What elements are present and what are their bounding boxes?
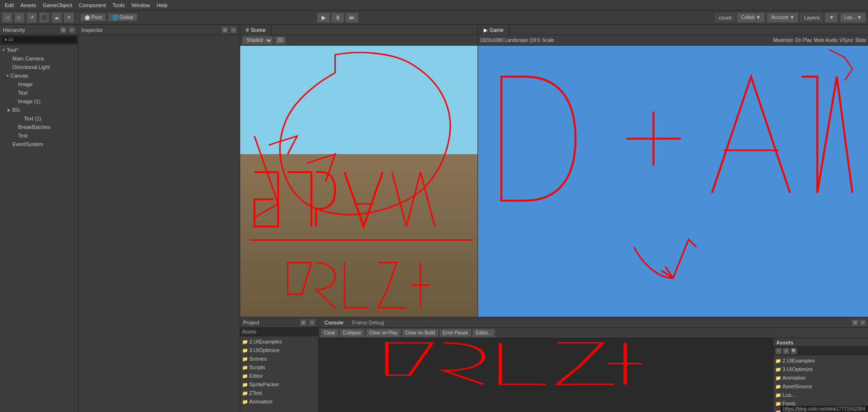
project-item-2[interactable]: 📁 Scenes: [240, 354, 318, 363]
hier-item-bg[interactable]: ▶ BG: [0, 106, 78, 114]
inspector-title: Inspector: [81, 27, 220, 33]
main-layout: Hierarchy ⊞ ≡ ▼ Test* Main Camera Direct…: [0, 25, 868, 412]
hier-item-test2[interactable]: Test: [0, 131, 78, 140]
layers-arrow: ▼: [829, 15, 834, 20]
hier-item-main-camera[interactable]: Main Camera: [0, 54, 78, 63]
hierarchy-search-input[interactable]: [2, 37, 76, 43]
asset-label-2: Scenes: [249, 356, 267, 362]
hier-item-text1[interactable]: Text (1): [0, 114, 78, 123]
project-item-1[interactable]: 📁 3.UIOptimize: [240, 346, 318, 354]
game-tab-icon: ▶: [484, 27, 488, 33]
console-pin-btn[interactable]: ⊞: [852, 319, 858, 326]
asset-label-4: Editor: [249, 373, 263, 379]
scene-view: [240, 46, 478, 317]
toolbar-unity-btn[interactable]: ⬛: [39, 12, 49, 23]
toolbar-refresh-btn[interactable]: ↺: [27, 12, 37, 23]
hier-item-test[interactable]: ▼ Test*: [0, 46, 78, 54]
mute-label[interactable]: Mute Audio: [814, 38, 838, 43]
play-button[interactable]: ▶: [317, 12, 330, 23]
project-pin-btn[interactable]: ⊞: [300, 319, 307, 326]
project-item-3[interactable]: 📁 Scripts: [240, 363, 318, 372]
scene-tabs: # Scene: [240, 25, 478, 35]
2d-btn[interactable]: 2D: [275, 36, 286, 45]
toolbar-cloud-btn[interactable]: ☁: [51, 12, 62, 23]
shaded-select[interactable]: Shaded: [242, 36, 273, 45]
hierarchy-pin-btn[interactable]: ⊞: [60, 27, 67, 33]
game-tab-label: Game: [489, 27, 504, 33]
global-btn[interactable]: 🌐 Global: [108, 13, 137, 21]
assets-item-4[interactable]: 📁 Lua...: [773, 391, 868, 399]
console-menu-btn[interactable]: ≡: [859, 319, 866, 326]
asset-label-5: SpritePacker: [249, 382, 279, 387]
menu-window[interactable]: Window: [128, 1, 153, 9]
project-item-4[interactable]: 📁 Editor: [240, 372, 318, 380]
menu-help[interactable]: Help: [154, 1, 170, 9]
console-clear-play-btn[interactable]: Clear on Play: [366, 329, 401, 337]
inspector-header: Inspector ⊞ ≡: [78, 25, 240, 35]
hier-item-eventsystem[interactable]: EventSystem: [0, 140, 78, 148]
arrow-canvas: ▼: [6, 74, 10, 78]
layers-btn[interactable]: ▼: [825, 12, 838, 23]
tab-game[interactable]: ▶ Game: [478, 25, 510, 35]
project-item-7[interactable]: 📁 Animation: [240, 397, 318, 406]
hier-item-dir-light[interactable]: Directional Light: [0, 63, 78, 71]
toolbar-x-btn[interactable]: ✕: [64, 12, 74, 23]
maximize-label[interactable]: Maximize: [773, 38, 793, 43]
pause-button[interactable]: ⏸: [331, 12, 344, 23]
console-content: [319, 338, 773, 412]
console-clear-build-btn[interactable]: Clear on Build: [402, 329, 439, 337]
menu-bar: Edit Assets GameObject Component Tools W…: [0, 0, 868, 10]
inspector-pin-btn[interactable]: ⊞: [222, 27, 228, 33]
menu-assets[interactable]: Assets: [18, 1, 39, 9]
tab-console[interactable]: Console: [321, 319, 347, 326]
assets-item-0[interactable]: 📁 2.UIExamples: [773, 356, 868, 365]
console-collapse-btn[interactable]: Collapse: [340, 329, 365, 337]
toolbar-fwd-btn[interactable]: ▷: [14, 12, 25, 23]
console-error-pause-btn[interactable]: Error Pause: [439, 329, 471, 337]
scene-toolbar: Shaded 2D: [240, 35, 478, 46]
assets-refresh-btn[interactable]: ↺: [783, 348, 790, 354]
stats-label[interactable]: Stats: [855, 38, 866, 43]
console-clear-btn[interactable]: Clear: [321, 329, 339, 337]
menu-edit[interactable]: Edit: [2, 1, 17, 9]
assets-search-btn[interactable]: 🔍: [790, 348, 797, 354]
assets-label-4: Lua...: [782, 392, 796, 398]
account-btn[interactable]: Account ▼: [767, 12, 799, 23]
pivot-btn[interactable]: ⬤ Pivot: [80, 13, 106, 21]
hier-item-break-batches[interactable]: BreakBatches: [0, 123, 78, 131]
menu-tools[interactable]: Tools: [110, 1, 128, 9]
hier-item-text[interactable]: Text: [0, 88, 78, 97]
hierarchy-search[interactable]: [0, 35, 78, 45]
layers-label: Layers: [800, 13, 823, 22]
step-button[interactable]: ⏭: [345, 12, 359, 23]
game-resolution-label: 1920x1080 Landscape (19:5: [480, 38, 540, 43]
inspector-menu-btn[interactable]: ≡: [230, 27, 237, 33]
assets-item-1[interactable]: 📁 3.UIOptimize: [773, 365, 868, 373]
assets-label-0: 2.UIExamples: [782, 358, 815, 363]
menu-gameobject[interactable]: GameObject: [40, 1, 75, 9]
menu-component[interactable]: Component: [76, 1, 109, 9]
project-header: Project ⊞ ≡: [240, 317, 318, 328]
project-menu-btn[interactable]: ≡: [309, 319, 315, 326]
project-item-5[interactable]: 📁 SpritePacker: [240, 380, 318, 389]
toolbar-back-btn[interactable]: ◁: [2, 12, 12, 23]
assets-create-btn[interactable]: +: [775, 348, 782, 354]
collab-btn[interactable]: Collab ▼: [737, 12, 765, 23]
assets-label-1: 3.UIOptimize: [782, 366, 813, 372]
bottom-panels: Project ⊞ ≡ Assets 📁 2.UIExamples 📁 3.UI…: [240, 317, 868, 412]
vsync-label[interactable]: VSync: [839, 38, 853, 43]
hier-item-image1[interactable]: Image (1): [0, 97, 78, 106]
game-toolbar: 1920x1080 Landscape (19:5 Scale Maximize…: [478, 35, 868, 46]
hier-item-canvas[interactable]: ▼ Canvas: [0, 71, 78, 80]
tab-scene[interactable]: # Scene: [240, 25, 272, 35]
assets-item-3[interactable]: 📁 AssetSource: [773, 382, 868, 391]
layout-btn[interactable]: Lay... ▼: [840, 12, 866, 23]
console-editor-btn[interactable]: Editor...: [472, 329, 495, 337]
on-play-label[interactable]: On Play: [795, 38, 812, 43]
hierarchy-menu-btn[interactable]: ≡: [68, 27, 75, 33]
hier-item-image[interactable]: Image: [0, 80, 78, 88]
assets-item-2[interactable]: 📁 Animation: [773, 373, 868, 382]
project-item-0[interactable]: 📁 2.UIExamples: [240, 337, 318, 346]
project-item-6[interactable]: 📁 ZTest: [240, 389, 318, 397]
tab-frame-debug[interactable]: Frame Debug: [348, 319, 388, 326]
